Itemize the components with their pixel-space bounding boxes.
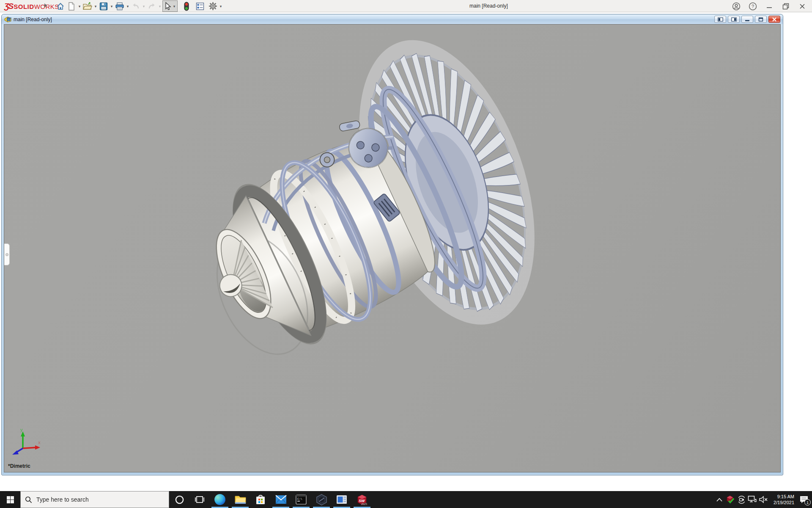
titlebar-right-controls: ? [730, 0, 809, 12]
rebuild-traffic-light-icon [184, 2, 189, 11]
edge-icon [214, 494, 225, 505]
account-icon [732, 2, 741, 11]
doc-minimize-button[interactable] [741, 16, 753, 23]
print-button[interactable] [114, 1, 125, 11]
clock-time: 9:15 AM [769, 494, 794, 500]
restore-button[interactable] [779, 1, 792, 11]
clock-date: 2/19/2021 [769, 500, 794, 505]
doc-close-button[interactable] [768, 16, 780, 23]
mail-icon [275, 495, 287, 504]
doc-pane-left-button[interactable] [714, 16, 726, 23]
jet-engine-model [4, 25, 781, 472]
taskbar-app-mail[interactable] [271, 491, 291, 508]
search-icon [25, 496, 32, 503]
action-center-button[interactable]: 1 [796, 491, 812, 508]
tray-volume[interactable] [758, 491, 769, 508]
new-document-button[interactable] [66, 1, 77, 11]
triad-x-label: x [38, 440, 41, 445]
sw-resource-monitor-icon [726, 495, 735, 504]
select-tool-caret[interactable]: ▾ [172, 4, 177, 8]
meet-now-camera-icon [737, 495, 746, 504]
cortana-icon [175, 495, 184, 505]
hexagon-app-icon [316, 494, 327, 505]
tray-clock[interactable]: 9:15 AM 2/19/2021 [769, 494, 796, 505]
document-titlebar[interactable]: main [Read-only] [2, 14, 783, 24]
solidworks-logo-glyph: ƷS [4, 2, 13, 11]
help-question-glyph: ? [752, 4, 754, 9]
close-icon [799, 3, 805, 9]
tray-chevron-button[interactable] [714, 491, 725, 508]
restore-icon [782, 3, 789, 10]
ethernet-network-icon [748, 495, 757, 504]
taskbar-app-terminal[interactable]: C:\ [291, 491, 311, 508]
print-icon [115, 2, 124, 11]
rebuild-button[interactable] [181, 1, 192, 11]
home-icon [56, 2, 65, 11]
triad-y-label: y [20, 427, 23, 432]
cortana-button[interactable] [169, 491, 189, 508]
assembly-document-icon [4, 16, 11, 23]
task-view-button[interactable] [189, 491, 210, 508]
tray-meet-now[interactable] [736, 491, 747, 508]
save-button[interactable] [98, 1, 109, 11]
feature-manager-collapsed-tab[interactable] [4, 243, 10, 265]
file-properties-icon [196, 2, 204, 11]
options-caret[interactable]: ▾ [218, 4, 223, 8]
select-tool-button[interactable]: ▾ [162, 0, 178, 12]
doc-maximize-icon [758, 17, 763, 22]
sw-year-label: 2021 [361, 502, 368, 505]
start-button[interactable] [0, 491, 20, 508]
new-document-icon [68, 2, 75, 11]
tray-network[interactable] [747, 491, 758, 508]
account-button[interactable] [730, 1, 743, 11]
taskbar-app-solidworks[interactable]: SW 2021 [352, 491, 372, 508]
save-icon [99, 2, 108, 11]
view-orientation-label: *Dimetric [8, 463, 30, 469]
redo-caret[interactable]: ▾ [157, 4, 162, 8]
print-caret[interactable]: ▾ [125, 4, 130, 8]
volume-muted-icon [759, 496, 768, 503]
undo-caret[interactable]: ▾ [141, 4, 146, 8]
feature-manager-tab-dot [5, 253, 8, 256]
task-view-icon [195, 495, 204, 504]
save-caret[interactable]: ▾ [109, 4, 114, 8]
taskbar-search[interactable] [20, 491, 169, 508]
taskbar-app-store[interactable] [250, 491, 271, 508]
file-properties-button[interactable] [195, 1, 206, 11]
new-document-caret[interactable]: ▾ [77, 4, 82, 8]
notification-badge: 1 [804, 499, 811, 505]
taskbar-app-hexagon[interactable] [311, 491, 332, 508]
help-icon: ? [749, 2, 757, 11]
minimize-icon [766, 3, 772, 9]
redo-button[interactable] [146, 1, 157, 11]
doc-minimize-icon [745, 17, 750, 22]
options-button[interactable] [207, 1, 218, 11]
taskbar-app-file-explorer[interactable] [230, 491, 250, 508]
undo-icon [132, 3, 140, 10]
open-icon [83, 2, 92, 11]
open-caret[interactable]: ▾ [93, 4, 98, 8]
open-button[interactable] [82, 1, 93, 11]
taskbar-app-media[interactable] [332, 491, 352, 508]
help-button[interactable]: ? [746, 1, 759, 11]
media-app-icon [336, 495, 347, 504]
doc-pane-right-button[interactable] [728, 16, 740, 23]
app-title: main [Read-only] [469, 3, 508, 9]
taskbar: C:\ SW 2021 [0, 491, 812, 508]
terminal-prompt-label: C:\ [297, 498, 302, 501]
quick-toolbar: ▾ ▾ ▾ [55, 0, 223, 12]
taskbar-app-edge[interactable] [210, 491, 230, 508]
tray-solidworks-monitor[interactable] [725, 491, 736, 508]
document-window-controls [714, 16, 780, 23]
undo-button[interactable] [130, 1, 141, 11]
solidworks-app-icon: SW 2021 [356, 494, 368, 505]
doc-close-icon [772, 17, 777, 22]
windows-logo-icon [7, 496, 14, 503]
doc-maximize-button[interactable] [755, 16, 767, 23]
menu-expand-arrow-icon[interactable] [44, 3, 47, 8]
minimize-button[interactable] [763, 1, 776, 11]
home-button[interactable] [55, 1, 66, 11]
close-app-button[interactable] [796, 1, 809, 11]
search-input[interactable] [36, 496, 155, 503]
graphics-viewport[interactable]: y x *Dimetric [4, 24, 781, 472]
